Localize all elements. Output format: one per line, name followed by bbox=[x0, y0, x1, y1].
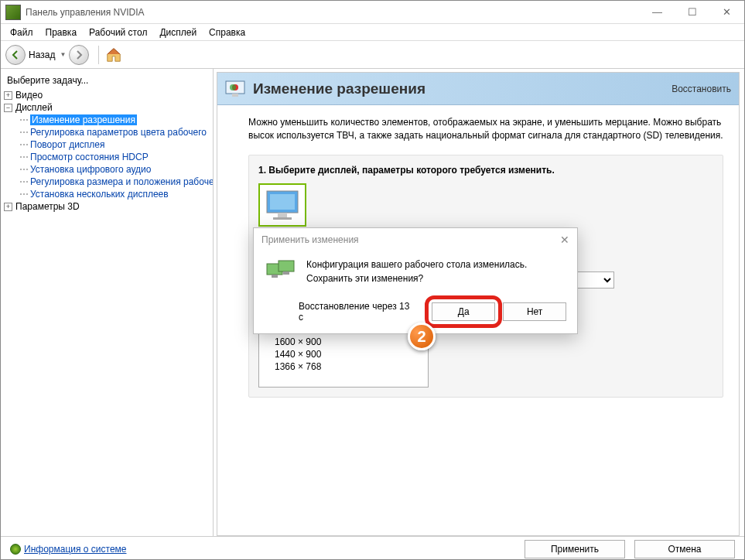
maximize-button[interactable]: ☐ bbox=[675, 1, 709, 23]
title-bar: Панель управления NVIDIA — ☐ ✕ bbox=[1, 1, 744, 24]
task-sidebar: Выберите задачу... + Видео − Дисплей ⋯Из… bbox=[1, 69, 214, 536]
tree-item-display[interactable]: − Дисплей bbox=[1, 101, 213, 114]
list-item[interactable]: 1366 × 768 bbox=[259, 360, 428, 373]
svg-rect-11 bbox=[283, 271, 289, 275]
restore-link[interactable]: Восстановить bbox=[672, 84, 731, 94]
list-item[interactable]: 1440 × 900 bbox=[259, 348, 428, 360]
monitor-thumbnail[interactable] bbox=[258, 183, 306, 227]
expand-icon[interactable]: + bbox=[4, 91, 12, 100]
back-arrow-icon bbox=[5, 45, 26, 65]
footer-bar: Информация о системе Применить Отмена bbox=[1, 536, 744, 560]
nav-back-button[interactable]: Назад ▼ bbox=[5, 44, 66, 66]
dialog-no-button[interactable]: Нет bbox=[503, 302, 566, 321]
page-description: Можно уменьшить количество элементов, от… bbox=[248, 116, 723, 142]
expand-icon[interactable]: + bbox=[4, 203, 12, 211]
apply-changes-dialog: Применить изменения ✕ Конфигурация вашег… bbox=[253, 227, 578, 334]
menu-bar: Файл Правка Рабочий стол Дисплей Справка bbox=[1, 24, 744, 41]
toolbar-separator bbox=[98, 46, 99, 64]
svg-rect-3 bbox=[232, 94, 238, 97]
tree-item-rotate-display[interactable]: ⋯Поворот дисплея bbox=[1, 138, 213, 151]
tree-item-change-resolution[interactable]: ⋯Изменение разрешения bbox=[1, 114, 213, 126]
chevron-down-icon[interactable]: ▼ bbox=[60, 51, 66, 58]
home-button[interactable] bbox=[105, 44, 122, 66]
cancel-button[interactable]: Отмена bbox=[634, 540, 735, 558]
page-title: Изменение разрешения bbox=[253, 80, 672, 97]
svg-rect-5 bbox=[270, 194, 295, 210]
system-info-link[interactable]: Информация о системе bbox=[10, 544, 126, 555]
dialog-yes-button[interactable]: Да bbox=[432, 302, 495, 321]
back-label: Назад bbox=[29, 50, 55, 60]
home-icon bbox=[105, 46, 122, 63]
list-item[interactable]: 1600 × 900 bbox=[259, 336, 428, 348]
tree-item-3d-settings[interactable]: + Параметры 3D bbox=[1, 200, 213, 213]
dialog-countdown: Восстановление через 13 с bbox=[299, 301, 416, 323]
menu-edit[interactable]: Правка bbox=[39, 26, 84, 39]
close-button[interactable]: ✕ bbox=[709, 1, 744, 23]
callout-badge-2: 2 bbox=[408, 323, 436, 350]
menu-display[interactable]: Дисплей bbox=[153, 26, 203, 39]
toolbar: Назад ▼ bbox=[1, 41, 744, 69]
minimize-button[interactable]: — bbox=[640, 1, 675, 23]
dialog-title-bar: Применить изменения ✕ bbox=[254, 228, 577, 251]
window-title: Панель управления NVIDIA bbox=[26, 7, 640, 18]
svg-rect-7 bbox=[273, 217, 292, 220]
svg-rect-10 bbox=[272, 275, 278, 278]
menu-help[interactable]: Справка bbox=[203, 26, 251, 39]
tree-item-video[interactable]: + Видео bbox=[1, 89, 213, 101]
dialog-title: Применить изменения bbox=[261, 234, 359, 245]
collapse-icon[interactable]: − bbox=[4, 104, 12, 112]
svg-rect-6 bbox=[278, 213, 287, 217]
tree-item-hdcp-status[interactable]: ⋯Просмотр состояния HDCP bbox=[1, 151, 213, 163]
svg-rect-9 bbox=[279, 261, 294, 271]
tree-item-multiple-displays[interactable]: ⋯Установка нескольких дисплеев bbox=[1, 188, 213, 200]
dialog-text: Конфигурация вашего рабочего стола измен… bbox=[306, 258, 527, 285]
monitor-icon bbox=[265, 190, 299, 220]
tree-item-size-position[interactable]: ⋯Регулировка размера и положения рабоче bbox=[1, 176, 213, 188]
menu-desktop[interactable]: Рабочий стол bbox=[83, 26, 153, 39]
tree-item-digital-audio[interactable]: ⋯Установка цифрового аудио bbox=[1, 163, 213, 176]
task-tree: + Видео − Дисплей ⋯Изменение разрешения … bbox=[1, 89, 213, 213]
page-header: Изменение разрешения Восстановить bbox=[217, 73, 739, 105]
svg-point-2 bbox=[230, 84, 236, 90]
dialog-close-button[interactable]: ✕ bbox=[560, 234, 569, 246]
nvidia-app-icon bbox=[5, 5, 21, 20]
section1-title: 1. Выберите дисплей, параметры которого … bbox=[258, 165, 713, 176]
tree-item-color-settings[interactable]: ⋯Регулировка параметров цвета рабочего bbox=[1, 126, 213, 138]
menu-file[interactable]: Файл bbox=[4, 26, 39, 39]
apply-button[interactable]: Применить bbox=[525, 540, 625, 558]
nav-forward-button[interactable] bbox=[69, 44, 89, 66]
forward-arrow-icon bbox=[69, 45, 89, 65]
sidebar-title: Выберите задачу... bbox=[1, 72, 213, 89]
resolution-icon bbox=[225, 80, 245, 97]
nvidia-orb-icon bbox=[10, 544, 21, 555]
dual-monitor-icon bbox=[266, 258, 296, 284]
